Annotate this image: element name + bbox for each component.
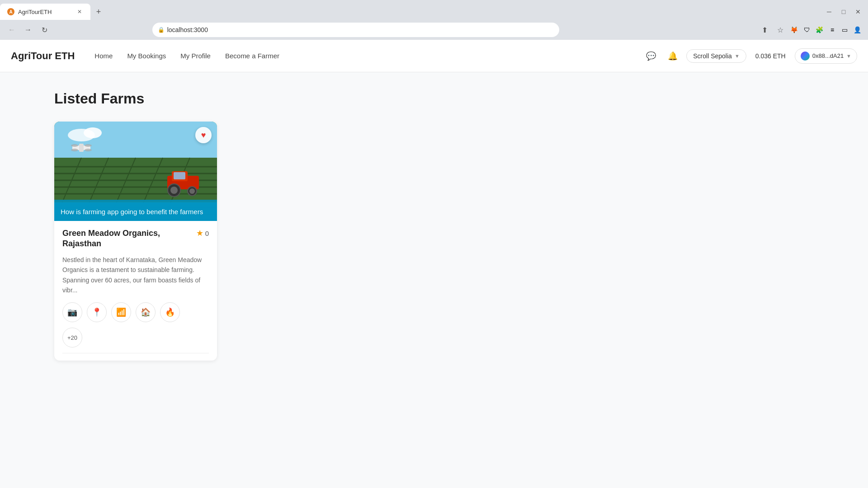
puzzle-extension-icon[interactable]: 🧩 xyxy=(815,25,825,35)
metamask-fox-icon[interactable]: 🦊 xyxy=(789,25,799,35)
url-bar[interactable]: 🔒 localhost:3000 xyxy=(152,23,559,37)
wallet-address-button[interactable]: 0x88...dA21 ▼ xyxy=(795,48,857,64)
svg-point-2 xyxy=(84,127,102,138)
svg-rect-25 xyxy=(79,144,84,152)
maximize-button[interactable]: □ xyxy=(837,5,850,18)
notification-bell-button[interactable]: 🔔 xyxy=(665,48,681,64)
profile-icon[interactable]: 👤 xyxy=(853,25,863,35)
page-title: Listed Farms xyxy=(54,90,814,107)
bookmark-icon[interactable]: ☆ xyxy=(774,23,787,36)
farm-name: Green Meadow Organics, Rajasthan xyxy=(62,228,196,249)
main-content: Listed Farms xyxy=(0,72,868,488)
forward-button[interactable]: → xyxy=(22,23,34,36)
window-controls: ─ □ ✕ xyxy=(823,5,868,18)
wallet-address-text: 0x88...dA21 xyxy=(812,52,844,59)
tab-manager-icon[interactable]: ≡ xyxy=(827,25,837,35)
chevron-down-icon: ▼ xyxy=(735,53,740,59)
card-image: ♥ How is farming app going to benefit th… xyxy=(54,122,217,221)
svg-point-21 xyxy=(170,187,178,194)
amenities-row: 📷 📍 📶 🏠 🔥 xyxy=(62,302,209,322)
nav-links: Home My Bookings My Profile Become a Far… xyxy=(89,48,285,63)
card-body: Green Meadow Organics, Rajasthan ★ 0 Nes… xyxy=(54,221,217,361)
svg-point-26 xyxy=(71,144,78,147)
svg-point-28 xyxy=(71,149,78,151)
minimize-button[interactable]: ─ xyxy=(823,5,835,18)
tab-title: AgriTourETH xyxy=(18,9,72,15)
app-container: AgriTour ETH Home My Bookings My Profile… xyxy=(0,40,868,488)
svg-point-23 xyxy=(189,188,195,194)
amenity-fire-icon[interactable]: 🔥 xyxy=(160,302,180,322)
wallet-chevron-icon: ▼ xyxy=(846,53,851,59)
more-amenities-row: +20 xyxy=(62,328,209,347)
farm-cards-grid: ♥ How is farming app going to benefit th… xyxy=(54,122,814,361)
more-amenities-button[interactable]: +20 xyxy=(62,328,82,347)
navbar: AgriTour ETH Home My Bookings My Profile… xyxy=(0,40,868,72)
tab-favicon: A xyxy=(7,8,14,15)
chat-icon-button[interactable]: 💬 xyxy=(643,48,659,64)
farm-description: Nestled in the heart of Karnataka, Green… xyxy=(62,255,209,296)
network-selector-button[interactable]: Scroll Sepolia ▼ xyxy=(686,49,746,63)
nav-become-farmer[interactable]: Become a Farmer xyxy=(220,48,285,63)
tab-close-button[interactable]: ✕ xyxy=(76,8,83,15)
brand-logo[interactable]: AgriTour ETH xyxy=(11,50,75,62)
eth-balance: 0.036 ETH xyxy=(752,52,789,60)
favorite-button[interactable]: ♥ xyxy=(195,127,212,143)
sidebar-icon[interactable]: ▭ xyxy=(840,25,850,35)
url-text: localhost:3000 xyxy=(167,26,554,33)
farm-card[interactable]: ♥ How is farming app going to benefit th… xyxy=(54,122,217,361)
nav-home[interactable]: Home xyxy=(89,48,118,63)
new-tab-button[interactable]: + xyxy=(92,5,105,18)
amenity-camera-icon[interactable]: 📷 xyxy=(62,302,82,322)
address-bar: ← → ↻ 🔒 localhost:3000 ⬆ ☆ 🦊 🛡 🧩 ≡ ▭ 👤 xyxy=(0,20,868,40)
amenity-wifi-icon[interactable]: 📶 xyxy=(111,302,131,322)
card-title-row: Green Meadow Organics, Rajasthan ★ 0 xyxy=(62,228,209,249)
back-button[interactable]: ← xyxy=(5,23,18,36)
network-name: Scroll Sepolia xyxy=(693,52,732,60)
share-icon[interactable]: ⬆ xyxy=(759,23,771,36)
svg-point-27 xyxy=(85,144,92,147)
browser-toolbar: ⬆ ☆ 🦊 🛡 🧩 ≡ ▭ 👤 xyxy=(759,23,863,36)
image-caption: How is farming app going to benefit the … xyxy=(54,202,217,221)
nav-my-profile[interactable]: My Profile xyxy=(175,48,216,63)
refresh-button[interactable]: ↻ xyxy=(38,23,51,36)
amenity-house-icon[interactable]: 🏠 xyxy=(136,302,156,322)
wallet-avatar xyxy=(801,52,810,61)
nav-my-bookings[interactable]: My Bookings xyxy=(122,48,171,63)
rating-value: 0 xyxy=(205,230,209,237)
tab-bar: A AgriTourETH ✕ + ─ □ ✕ xyxy=(0,0,868,20)
heart-icon: ♥ xyxy=(201,131,206,140)
shield-extension-icon[interactable]: 🛡 xyxy=(802,25,812,35)
lock-icon: 🔒 xyxy=(158,27,165,33)
star-icon: ★ xyxy=(196,228,203,238)
svg-point-29 xyxy=(85,149,92,151)
card-divider xyxy=(62,353,209,353)
amenity-location-icon[interactable]: 📍 xyxy=(87,302,107,322)
active-tab[interactable]: A AgriTourETH ✕ xyxy=(0,4,90,20)
navbar-right: 💬 🔔 Scroll Sepolia ▼ 0.036 ETH 0x88...dA… xyxy=(643,48,857,64)
farm-rating: ★ 0 xyxy=(196,228,209,238)
close-window-button[interactable]: ✕ xyxy=(852,5,864,18)
svg-rect-19 xyxy=(174,172,185,179)
